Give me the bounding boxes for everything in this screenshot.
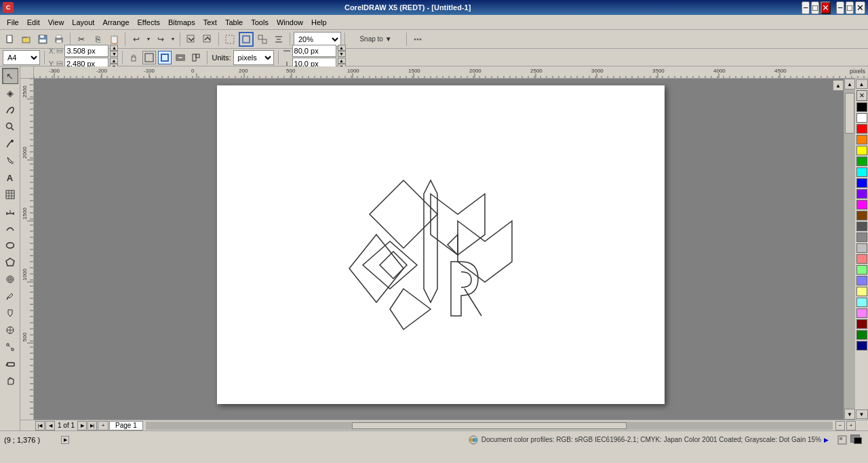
color-swatch-lightmagenta[interactable] [856,308,867,318]
inner-dim-button[interactable] [158,51,172,64]
color-swatch-darkgray[interactable] [856,222,867,231]
color-swatch-lightcyan[interactable] [856,298,867,307]
menu-effects[interactable]: Effects [134,17,164,28]
color-swatch-darkgreen[interactable] [856,330,867,340]
color-swatch-lightyellow[interactable] [856,287,867,296]
open-button[interactable] [19,32,34,47]
interactive-tool[interactable] [2,322,18,338]
menu-help[interactable]: Help [307,17,331,28]
color-swatch-gray[interactable] [856,233,867,242]
shape-tool[interactable]: ◈ [2,85,18,101]
color-swatch-purple[interactable] [856,189,867,199]
hscroll-track[interactable] [146,422,833,430]
no-fill-swatch[interactable]: ✕ [856,90,867,101]
vscroll-down[interactable]: ▼ [844,409,855,420]
color-swatch-black[interactable] [856,102,867,112]
shape-dim-button[interactable] [189,51,203,64]
color-swatch-magenta[interactable] [856,200,867,209]
text-tool[interactable]: A [2,169,18,186]
color-swatch-cyan[interactable] [856,167,867,177]
doc-close-button[interactable]: ✕ [855,1,865,14]
doc-maximize-button[interactable]: □ [846,1,854,14]
menu-bitmaps[interactable]: Bitmaps [164,17,199,28]
undo-button[interactable]: ↩ [129,32,144,47]
zoom-out-button[interactable]: − [835,421,845,430]
menu-table[interactable]: Table [221,17,247,28]
color-swatch-lightred[interactable] [856,254,867,264]
palette-scroll-down[interactable]: ▼ [856,409,868,419]
redo-button[interactable]: ↪ [153,32,168,47]
app-minimize-button[interactable]: − [802,1,810,14]
color-swatch-darkred[interactable] [856,319,867,329]
hscroll-thumb[interactable] [352,422,627,429]
status-expand-button[interactable]: ▶ [61,436,69,444]
color-swatch-white[interactable] [856,113,867,123]
menu-layout[interactable]: Layout [68,17,98,28]
menu-edit[interactable]: Edit [23,17,44,28]
color-swatch-yellow[interactable] [856,146,867,155]
color-swatch-lightgray[interactable] [856,243,867,253]
smudge-tool[interactable] [2,102,18,118]
color-swatch-green[interactable] [856,157,867,166]
color-swatch-brown[interactable] [856,211,867,220]
options-button[interactable] [410,32,425,47]
fill-tool[interactable] [2,305,18,321]
menu-text[interactable]: Text [199,17,221,28]
select-tool[interactable]: ↖ [2,68,18,84]
zoom-in-button[interactable]: + [846,421,856,430]
menu-file[interactable]: File [3,17,23,28]
menu-tools[interactable]: Tools [247,17,273,28]
page-prev-button[interactable]: ◀ [45,421,55,430]
transform-button[interactable] [239,32,254,47]
lock-ratio-button[interactable] [127,51,140,64]
freehand-tool[interactable] [2,136,18,152]
vscroll-thumb[interactable] [845,93,854,134]
doc-minimize-button[interactable]: − [836,1,844,14]
table-tool[interactable] [2,186,18,203]
app-maximize-button[interactable]: □ [811,1,819,14]
select-dim-button[interactable] [142,51,156,64]
ellipse-tool[interactable] [2,237,18,254]
add-page-button[interactable]: + [98,421,108,430]
page-size-dropdown[interactable]: A4 [3,50,40,65]
menu-view[interactable]: View [44,17,68,28]
page-tab-page1[interactable]: Page 1 [109,421,143,430]
app-close-button[interactable]: ✕ [821,1,831,14]
x-spinner[interactable]: ▲▼ [110,45,118,57]
select-all-button[interactable] [222,32,237,47]
undo-dropdown[interactable]: ▼ [145,32,152,47]
vscroll-track[interactable] [844,89,855,409]
redo-dropdown[interactable]: ▼ [170,32,176,47]
paintbucket-tool[interactable] [2,153,18,169]
connector-tool[interactable] [2,220,18,237]
color-swatch-darkblue[interactable] [856,341,867,350]
page-next-button[interactable]: ▶ [77,421,87,430]
import-button[interactable] [184,32,199,47]
page-last-button[interactable]: ▶| [87,421,97,430]
x-input[interactable]: 3.508 px [64,45,108,57]
color-swatch-orange[interactable] [856,135,867,144]
color-swatch-blue[interactable] [856,178,867,188]
eyedropper-tool[interactable] [2,288,18,304]
save-button[interactable] [35,32,50,47]
color-swatch-lightblue[interactable] [856,276,867,285]
polygon-tool[interactable] [2,254,18,270]
color-swatch-lightgreen[interactable] [856,265,867,275]
zoom-tool[interactable] [2,119,18,135]
eraser-tool[interactable] [2,356,18,372]
menu-arrange[interactable]: Arrange [98,17,133,28]
page-first-button[interactable]: |◀ [35,421,45,430]
palette-scroll-up[interactable]: ▲ [856,79,868,89]
group-button[interactable] [255,32,270,47]
dimension-tool[interactable] [2,203,18,220]
scroll-up-arrow[interactable]: ▲ [833,80,844,91]
snap-dropdown[interactable]: Snap to ▼ [349,32,403,47]
outer-dim-button[interactable] [174,51,187,64]
color-swatch-red[interactable] [856,124,867,134]
width-spinner[interactable]: ▲▼ [338,45,346,57]
width-input[interactable]: 80,0 px [292,45,336,57]
blend-tool[interactable] [2,339,18,355]
units-dropdown[interactable]: pixels mm inches [233,50,274,65]
hand-tool[interactable] [2,373,18,389]
menu-window[interactable]: Window [273,17,307,28]
